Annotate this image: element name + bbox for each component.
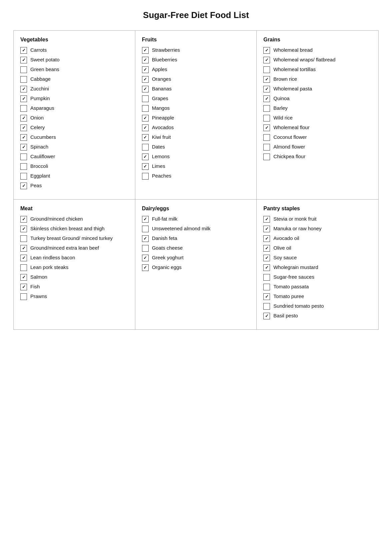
list-item[interactable]: Chickpea flour <box>263 153 372 160</box>
list-item[interactable]: Dates <box>142 144 250 151</box>
list-item[interactable]: Olive oil <box>263 245 372 252</box>
checkbox-checked[interactable] <box>20 47 27 54</box>
checkbox-checked[interactable] <box>263 216 270 223</box>
list-item[interactable]: Grapes <box>142 95 250 102</box>
list-item[interactable]: Celery <box>20 124 128 131</box>
list-item[interactable]: Wholemeal wraps/ flatbread <box>263 56 372 63</box>
list-item[interactable]: Turkey breast Ground/ minced turkey <box>20 235 128 242</box>
checkbox-checked[interactable] <box>142 255 149 261</box>
list-item[interactable]: Carrots <box>20 47 128 54</box>
list-item[interactable]: Pumpkin <box>20 95 128 102</box>
checkbox-checked[interactable] <box>263 245 270 252</box>
list-item[interactable]: Fish <box>20 283 128 290</box>
checkbox-checked[interactable] <box>263 226 270 232</box>
checkbox-checked[interactable] <box>20 183 27 189</box>
list-item[interactable]: Kiwi fruit <box>142 134 250 141</box>
list-item[interactable]: Cucumbers <box>20 134 128 141</box>
checkbox-unchecked[interactable] <box>20 105 27 112</box>
checkbox-checked[interactable] <box>20 216 27 223</box>
checkbox-checked[interactable] <box>263 57 270 63</box>
list-item[interactable]: Eggplant <box>20 173 128 180</box>
checkbox-unchecked[interactable] <box>20 163 27 170</box>
list-item[interactable]: Wholegrain mustard <box>263 264 372 271</box>
checkbox-unchecked[interactable] <box>20 235 27 242</box>
checkbox-unchecked[interactable] <box>20 76 27 83</box>
checkbox-checked[interactable] <box>20 95 27 102</box>
list-item[interactable]: Bananas <box>142 85 250 92</box>
checkbox-checked[interactable] <box>142 264 149 271</box>
list-item[interactable]: Tomato puree <box>263 293 372 300</box>
list-item[interactable]: Mangos <box>142 105 250 112</box>
list-item[interactable]: Full-fat milk <box>142 216 250 223</box>
list-item[interactable]: Ground/minced chicken <box>20 216 128 223</box>
checkbox-checked[interactable] <box>263 76 270 83</box>
checkbox-unchecked[interactable] <box>263 154 270 160</box>
checkbox-checked[interactable] <box>20 134 27 141</box>
checkbox-unchecked[interactable] <box>20 66 27 73</box>
list-item[interactable]: Wholemeal tortillas <box>263 66 372 73</box>
checkbox-checked[interactable] <box>142 216 149 223</box>
list-item[interactable]: Stevia or monk fruit <box>263 216 372 223</box>
checkbox-unchecked[interactable] <box>142 226 149 232</box>
list-item[interactable]: Barley <box>263 105 372 112</box>
checkbox-unchecked[interactable] <box>142 105 149 112</box>
checkbox-unchecked[interactable] <box>142 245 149 252</box>
list-item[interactable]: Blueberries <box>142 56 250 63</box>
list-item[interactable]: Sweet potato <box>20 56 128 63</box>
checkbox-checked[interactable] <box>20 255 27 261</box>
list-item[interactable]: Sundried tomato pesto <box>263 303 372 310</box>
checkbox-checked[interactable] <box>142 154 149 160</box>
checkbox-checked[interactable] <box>142 163 149 170</box>
checkbox-checked[interactable] <box>142 57 149 63</box>
list-item[interactable]: Greek yoghurt <box>142 254 250 261</box>
list-item[interactable]: Wild rice <box>263 114 372 121</box>
checkbox-unchecked[interactable] <box>263 66 270 73</box>
checkbox-unchecked[interactable] <box>263 115 270 121</box>
checkbox-checked[interactable] <box>142 115 149 121</box>
checkbox-checked[interactable] <box>263 235 270 242</box>
list-item[interactable]: Limes <box>142 163 250 170</box>
list-item[interactable]: Soy sauce <box>263 254 372 261</box>
checkbox-checked[interactable] <box>20 124 27 131</box>
list-item[interactable]: Onion <box>20 114 128 121</box>
checkbox-unchecked[interactable] <box>142 144 149 151</box>
list-item[interactable]: Skinless chicken breast and thigh <box>20 225 128 232</box>
checkbox-checked[interactable] <box>263 86 270 92</box>
list-item[interactable]: Unsweetened almond milk <box>142 225 250 232</box>
list-item[interactable]: Avocados <box>142 124 250 131</box>
list-item[interactable]: Lean pork steaks <box>20 264 128 271</box>
list-item[interactable]: Avocado oil <box>263 235 372 242</box>
checkbox-checked[interactable] <box>20 226 27 232</box>
checkbox-unchecked[interactable] <box>20 264 27 271</box>
checkbox-checked[interactable] <box>263 95 270 102</box>
list-item[interactable]: Cauliflower <box>20 153 128 160</box>
list-item[interactable]: Salmon <box>20 274 128 281</box>
list-item[interactable]: Goats cheese <box>142 245 250 252</box>
checkbox-checked[interactable] <box>142 134 149 141</box>
checkbox-checked[interactable] <box>142 86 149 92</box>
list-item[interactable]: Cabbage <box>20 76 128 83</box>
list-item[interactable]: Apples <box>142 66 250 73</box>
checkbox-unchecked[interactable] <box>142 173 149 180</box>
checkbox-checked[interactable] <box>263 255 270 261</box>
list-item[interactable]: Ground/minced extra lean beef <box>20 245 128 252</box>
list-item[interactable]: Manuka or raw honey <box>263 225 372 232</box>
list-item[interactable]: Broccoli <box>20 163 128 170</box>
checkbox-checked[interactable] <box>263 293 270 300</box>
checkbox-unchecked[interactable] <box>20 293 27 300</box>
checkbox-unchecked[interactable] <box>142 95 149 102</box>
checkbox-checked[interactable] <box>20 115 27 121</box>
checkbox-checked[interactable] <box>20 144 27 151</box>
checkbox-checked[interactable] <box>142 47 149 54</box>
list-item[interactable]: Basil pesto <box>263 312 372 319</box>
list-item[interactable]: Danish feta <box>142 235 250 242</box>
checkbox-checked[interactable] <box>142 66 149 73</box>
checkbox-unchecked[interactable] <box>263 134 270 141</box>
list-item[interactable]: Quinoa <box>263 95 372 102</box>
checkbox-unchecked[interactable] <box>263 274 270 281</box>
checkbox-checked[interactable] <box>20 274 27 281</box>
checkbox-unchecked[interactable] <box>263 105 270 112</box>
checkbox-checked[interactable] <box>263 124 270 131</box>
list-item[interactable]: Spinach <box>20 144 128 151</box>
list-item[interactable]: Brown rice <box>263 76 372 83</box>
